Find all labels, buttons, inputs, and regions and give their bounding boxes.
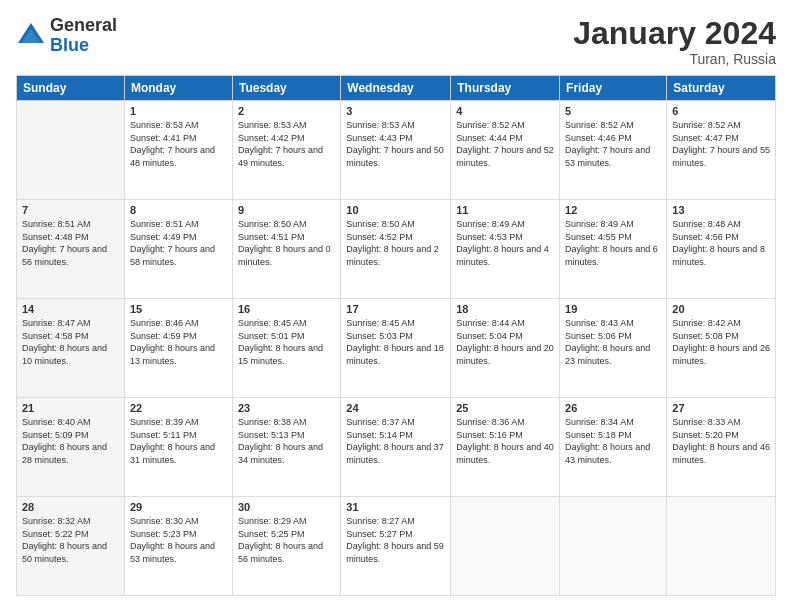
day-info: Sunrise: 8:52 AMSunset: 4:46 PMDaylight:… — [565, 119, 661, 169]
table-row: 10Sunrise: 8:50 AMSunset: 4:52 PMDayligh… — [341, 200, 451, 299]
day-number: 11 — [456, 204, 554, 216]
day-info: Sunrise: 8:38 AMSunset: 5:13 PMDaylight:… — [238, 416, 335, 466]
day-number: 21 — [22, 402, 119, 414]
header-wednesday: Wednesday — [341, 76, 451, 101]
table-row — [560, 497, 667, 596]
table-row: 14Sunrise: 8:47 AMSunset: 4:58 PMDayligh… — [17, 299, 125, 398]
logo-icon — [16, 21, 46, 51]
day-number: 20 — [672, 303, 770, 315]
day-number: 26 — [565, 402, 661, 414]
page: General Blue January 2024 Turan, Russia … — [0, 0, 792, 612]
day-number: 4 — [456, 105, 554, 117]
day-info: Sunrise: 8:52 AMSunset: 4:44 PMDaylight:… — [456, 119, 554, 169]
day-info: Sunrise: 8:40 AMSunset: 5:09 PMDaylight:… — [22, 416, 119, 466]
table-row: 31Sunrise: 8:27 AMSunset: 5:27 PMDayligh… — [341, 497, 451, 596]
day-number: 2 — [238, 105, 335, 117]
day-info: Sunrise: 8:42 AMSunset: 5:08 PMDaylight:… — [672, 317, 770, 367]
weekday-header-row: Sunday Monday Tuesday Wednesday Thursday… — [17, 76, 776, 101]
day-number: 5 — [565, 105, 661, 117]
header-thursday: Thursday — [451, 76, 560, 101]
table-row: 20Sunrise: 8:42 AMSunset: 5:08 PMDayligh… — [667, 299, 776, 398]
day-info: Sunrise: 8:50 AMSunset: 4:52 PMDaylight:… — [346, 218, 445, 268]
table-row: 23Sunrise: 8:38 AMSunset: 5:13 PMDayligh… — [232, 398, 340, 497]
header-sunday: Sunday — [17, 76, 125, 101]
table-row: 19Sunrise: 8:43 AMSunset: 5:06 PMDayligh… — [560, 299, 667, 398]
logo-general-text: General — [50, 16, 117, 36]
header-tuesday: Tuesday — [232, 76, 340, 101]
logo: General Blue — [16, 16, 117, 56]
day-number: 10 — [346, 204, 445, 216]
table-row: 9Sunrise: 8:50 AMSunset: 4:51 PMDaylight… — [232, 200, 340, 299]
table-row: 15Sunrise: 8:46 AMSunset: 4:59 PMDayligh… — [124, 299, 232, 398]
day-info: Sunrise: 8:27 AMSunset: 5:27 PMDaylight:… — [346, 515, 445, 565]
calendar-week-row: 28Sunrise: 8:32 AMSunset: 5:22 PMDayligh… — [17, 497, 776, 596]
day-info: Sunrise: 8:34 AMSunset: 5:18 PMDaylight:… — [565, 416, 661, 466]
day-number: 15 — [130, 303, 227, 315]
day-info: Sunrise: 8:32 AMSunset: 5:22 PMDaylight:… — [22, 515, 119, 565]
subtitle: Turan, Russia — [573, 51, 776, 67]
day-number: 12 — [565, 204, 661, 216]
day-info: Sunrise: 8:45 AMSunset: 5:01 PMDaylight:… — [238, 317, 335, 367]
table-row — [17, 101, 125, 200]
day-number: 30 — [238, 501, 335, 513]
header-saturday: Saturday — [667, 76, 776, 101]
day-number: 3 — [346, 105, 445, 117]
calendar-week-row: 21Sunrise: 8:40 AMSunset: 5:09 PMDayligh… — [17, 398, 776, 497]
title-block: January 2024 Turan, Russia — [573, 16, 776, 67]
header-monday: Monday — [124, 76, 232, 101]
day-info: Sunrise: 8:30 AMSunset: 5:23 PMDaylight:… — [130, 515, 227, 565]
day-info: Sunrise: 8:52 AMSunset: 4:47 PMDaylight:… — [672, 119, 770, 169]
calendar-week-row: 7Sunrise: 8:51 AMSunset: 4:48 PMDaylight… — [17, 200, 776, 299]
table-row: 27Sunrise: 8:33 AMSunset: 5:20 PMDayligh… — [667, 398, 776, 497]
day-info: Sunrise: 8:29 AMSunset: 5:25 PMDaylight:… — [238, 515, 335, 565]
day-info: Sunrise: 8:43 AMSunset: 5:06 PMDaylight:… — [565, 317, 661, 367]
table-row: 8Sunrise: 8:51 AMSunset: 4:49 PMDaylight… — [124, 200, 232, 299]
table-row: 26Sunrise: 8:34 AMSunset: 5:18 PMDayligh… — [560, 398, 667, 497]
day-info: Sunrise: 8:37 AMSunset: 5:14 PMDaylight:… — [346, 416, 445, 466]
table-row: 22Sunrise: 8:39 AMSunset: 5:11 PMDayligh… — [124, 398, 232, 497]
table-row: 13Sunrise: 8:48 AMSunset: 4:56 PMDayligh… — [667, 200, 776, 299]
day-number: 22 — [130, 402, 227, 414]
day-info: Sunrise: 8:51 AMSunset: 4:48 PMDaylight:… — [22, 218, 119, 268]
table-row: 18Sunrise: 8:44 AMSunset: 5:04 PMDayligh… — [451, 299, 560, 398]
table-row: 25Sunrise: 8:36 AMSunset: 5:16 PMDayligh… — [451, 398, 560, 497]
table-row: 4Sunrise: 8:52 AMSunset: 4:44 PMDaylight… — [451, 101, 560, 200]
day-info: Sunrise: 8:36 AMSunset: 5:16 PMDaylight:… — [456, 416, 554, 466]
calendar-week-row: 14Sunrise: 8:47 AMSunset: 4:58 PMDayligh… — [17, 299, 776, 398]
table-row — [451, 497, 560, 596]
table-row: 17Sunrise: 8:45 AMSunset: 5:03 PMDayligh… — [341, 299, 451, 398]
day-info: Sunrise: 8:51 AMSunset: 4:49 PMDaylight:… — [130, 218, 227, 268]
day-number: 29 — [130, 501, 227, 513]
day-number: 23 — [238, 402, 335, 414]
day-number: 8 — [130, 204, 227, 216]
day-info: Sunrise: 8:48 AMSunset: 4:56 PMDaylight:… — [672, 218, 770, 268]
main-title: January 2024 — [573, 16, 776, 51]
day-info: Sunrise: 8:39 AMSunset: 5:11 PMDaylight:… — [130, 416, 227, 466]
day-info: Sunrise: 8:47 AMSunset: 4:58 PMDaylight:… — [22, 317, 119, 367]
day-number: 19 — [565, 303, 661, 315]
table-row: 6Sunrise: 8:52 AMSunset: 4:47 PMDaylight… — [667, 101, 776, 200]
table-row: 3Sunrise: 8:53 AMSunset: 4:43 PMDaylight… — [341, 101, 451, 200]
day-number: 18 — [456, 303, 554, 315]
day-info: Sunrise: 8:45 AMSunset: 5:03 PMDaylight:… — [346, 317, 445, 367]
calendar: Sunday Monday Tuesday Wednesday Thursday… — [16, 75, 776, 596]
day-number: 13 — [672, 204, 770, 216]
table-row: 21Sunrise: 8:40 AMSunset: 5:09 PMDayligh… — [17, 398, 125, 497]
calendar-week-row: 1Sunrise: 8:53 AMSunset: 4:41 PMDaylight… — [17, 101, 776, 200]
table-row: 12Sunrise: 8:49 AMSunset: 4:55 PMDayligh… — [560, 200, 667, 299]
table-row: 1Sunrise: 8:53 AMSunset: 4:41 PMDaylight… — [124, 101, 232, 200]
header: General Blue January 2024 Turan, Russia — [16, 16, 776, 67]
day-number: 7 — [22, 204, 119, 216]
table-row: 28Sunrise: 8:32 AMSunset: 5:22 PMDayligh… — [17, 497, 125, 596]
day-info: Sunrise: 8:44 AMSunset: 5:04 PMDaylight:… — [456, 317, 554, 367]
day-number: 6 — [672, 105, 770, 117]
day-info: Sunrise: 8:49 AMSunset: 4:55 PMDaylight:… — [565, 218, 661, 268]
day-info: Sunrise: 8:50 AMSunset: 4:51 PMDaylight:… — [238, 218, 335, 268]
day-number: 28 — [22, 501, 119, 513]
day-number: 16 — [238, 303, 335, 315]
day-info: Sunrise: 8:53 AMSunset: 4:41 PMDaylight:… — [130, 119, 227, 169]
day-number: 24 — [346, 402, 445, 414]
table-row: 11Sunrise: 8:49 AMSunset: 4:53 PMDayligh… — [451, 200, 560, 299]
table-row — [667, 497, 776, 596]
table-row: 2Sunrise: 8:53 AMSunset: 4:42 PMDaylight… — [232, 101, 340, 200]
